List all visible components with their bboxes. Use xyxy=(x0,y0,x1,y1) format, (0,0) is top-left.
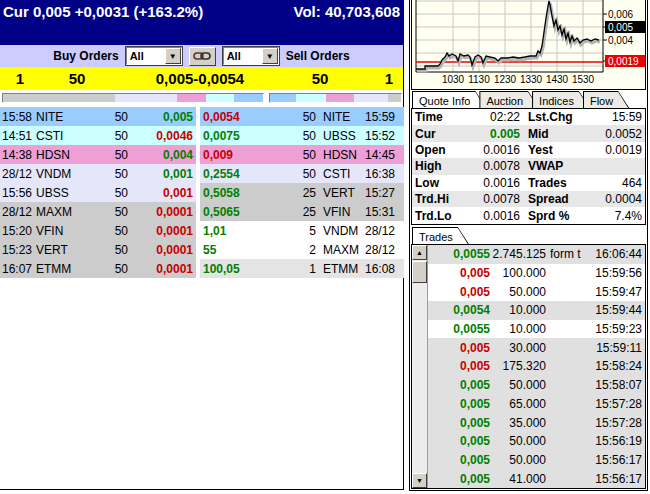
trade-row[interactable]: 0,005175.32015:58:24 xyxy=(428,357,645,376)
trade-row[interactable]: 0,00535.00015:57:28 xyxy=(428,413,645,432)
trade-price: 0,005 xyxy=(428,397,490,411)
buy-side-row[interactable]: 15:23VERT500,0001 xyxy=(0,240,196,259)
x-axis-label: 1230 xyxy=(494,74,517,85)
current-price-summary: Cur 0,005 +0,0031 (+163.2%) xyxy=(3,3,203,20)
trade-price: 0,005 xyxy=(428,472,490,486)
trade-row[interactable]: 0,005410.00015:59:44 xyxy=(428,301,645,320)
quote-label: Yest xyxy=(520,143,586,157)
trade-row[interactable]: 0,00541.00015:56:17 xyxy=(428,469,645,488)
sell-side-row[interactable]: 100,051ETMM16:08 xyxy=(200,259,404,278)
scroll-up-icon[interactable]: ▲ xyxy=(412,245,427,260)
sell-side-row[interactable]: 0,007550UBSS15:52 xyxy=(200,126,404,145)
sell-time: 16:08 xyxy=(360,262,404,276)
table-row[interactable]: 28/12VNDM500,0010,255450CSTI16:38 xyxy=(0,164,404,183)
trade-row[interactable]: 0,00565.00015:57:28 xyxy=(428,395,645,414)
buy-time: 28/12 xyxy=(0,167,36,181)
trade-price: 0,005 xyxy=(428,416,490,430)
trade-size: 41.000 xyxy=(490,472,546,486)
trade-row[interactable]: 0,00530.00015:59:11 xyxy=(428,338,645,357)
sell-side-row[interactable]: 0,255450CSTI16:38 xyxy=(200,164,404,183)
sell-price: 0,5065 xyxy=(200,205,262,219)
quote-row: Time02:22Lst.Chg15:59 xyxy=(412,109,645,125)
quote-label: High xyxy=(412,159,468,173)
sell-side-row[interactable]: 0,506525VFIN15:31 xyxy=(200,202,404,221)
buy-depth-bar xyxy=(2,93,264,103)
trade-row[interactable]: 0,00550.00015:59:47 xyxy=(428,282,645,301)
quote-label: Mid xyxy=(520,127,586,141)
buy-side-row[interactable]: 28/12VNDM500,001 xyxy=(0,164,196,183)
table-row[interactable]: 14:38HDSN500,0040,00950HDSN14:45 xyxy=(0,145,404,164)
table-row[interactable]: 16:07ETMM500,0001100,051ETMM16:08 xyxy=(0,259,404,278)
buy-side-row[interactable]: 15:56UBSS500,001 xyxy=(0,183,196,202)
buy-time: 15:58 xyxy=(0,110,36,124)
chevron-down-icon[interactable]: ▼ xyxy=(262,48,278,64)
scroll-down-icon[interactable]: ▼ xyxy=(412,473,427,488)
tab-auction[interactable]: Auction xyxy=(479,91,539,108)
sell-price: 55 xyxy=(200,243,262,257)
buy-side-row[interactable]: 15:58NITE500,005 xyxy=(0,107,196,126)
table-row[interactable]: 28/12MAXM500,00010,506525VFIN15:31 xyxy=(0,202,404,221)
table-row[interactable]: 14:51CSTI500,00460,007550UBSS15:52 xyxy=(0,126,404,145)
table-row[interactable]: 15:58NITE500,0050,005450NITE15:59 xyxy=(0,107,404,126)
sell-side-row[interactable]: 0,005450NITE15:59 xyxy=(200,107,404,126)
buy-side-row[interactable]: 14:51CSTI500,0046 xyxy=(0,126,196,145)
sell-price: 0,009 xyxy=(200,148,262,162)
buy-side-row[interactable]: 14:38HDSN500,004 xyxy=(0,145,196,164)
trade-size: 50.000 xyxy=(490,453,546,467)
sell-price: 0,2554 xyxy=(200,167,262,181)
buy-market-maker: MAXM xyxy=(36,205,100,219)
scrollbar-thumb[interactable] xyxy=(412,261,427,283)
trade-price: 0,0055 xyxy=(428,247,490,261)
trade-row[interactable]: 0,00550.00015:56:17 xyxy=(428,451,645,470)
buy-filter-dropdown[interactable]: All ▼ xyxy=(126,47,182,65)
trades-scrollbar[interactable]: ▲ ▼ xyxy=(412,245,428,488)
trade-row[interactable]: 0,005100.00015:59:56 xyxy=(428,264,645,283)
sell-side-row[interactable]: 552MAXM28/12 xyxy=(200,240,404,259)
tab-quote-info[interactable]: Quote Info xyxy=(412,91,486,108)
tab-flow[interactable]: Flow xyxy=(583,91,629,108)
tab-label: Auction xyxy=(479,93,539,107)
sell-side-row[interactable]: 1,015VNDM28/12 xyxy=(200,221,404,240)
quote-row: Cur0.005Mid0.0052 xyxy=(412,125,645,141)
sell-market-maker: MAXM xyxy=(316,243,360,257)
trade-row[interactable]: 0,005510.00015:59:23 xyxy=(428,320,645,339)
buy-price: 0,0001 xyxy=(128,224,196,238)
quote-row: Low0.0016Trades464 xyxy=(412,175,645,191)
sell-side-row[interactable]: 0,00950HDSN14:45 xyxy=(200,145,404,164)
trade-row[interactable]: 0,00550.00015:58:07 xyxy=(428,376,645,395)
quote-value: 7.4% xyxy=(586,209,645,223)
trade-time: 15:58:07 xyxy=(546,378,645,392)
trade-size: 2.745.125 xyxy=(490,247,546,261)
table-row[interactable]: 15:56UBSS500,0010,505825VERT15:27 xyxy=(0,183,404,202)
tab-label: Quote Info xyxy=(412,93,486,107)
quote-header-bar: Cur 0,005 +0,0031 (+163.2%) Vol: 40,703,… xyxy=(0,0,403,45)
buy-side-row[interactable]: 28/12MAXM500,0001 xyxy=(0,202,196,221)
trade-size: 65.000 xyxy=(490,397,546,411)
tab-indices[interactable]: Indices xyxy=(532,91,590,108)
buy-side-row[interactable]: 15:20VFIN500,0001 xyxy=(0,221,196,240)
chevron-down-icon[interactable]: ▼ xyxy=(165,48,181,64)
sell-qty: 50 xyxy=(262,148,316,162)
buy-qty: 50 xyxy=(100,186,128,200)
trade-row[interactable]: 0,00550.00015:56:19 xyxy=(428,432,645,451)
sell-time: 28/12 xyxy=(360,224,404,238)
order-filter-toolbar: Buy Orders All ▼ All ▼ Sell Orders xyxy=(0,45,403,67)
table-row[interactable]: 15:23VERT500,0001552MAXM28/12 xyxy=(0,240,404,259)
buy-time: 14:38 xyxy=(0,148,36,162)
buy-price: 0,0046 xyxy=(128,129,196,143)
buy-time: 15:20 xyxy=(0,224,36,238)
y-axis-label: 0,0019 xyxy=(608,56,639,67)
buy-market-maker: ETMM xyxy=(36,262,100,276)
x-axis-label: 1530 xyxy=(572,74,595,85)
sell-filter-dropdown[interactable]: All ▼ xyxy=(223,47,279,65)
trade-time: 15:59:44 xyxy=(546,303,645,317)
sell-side-row[interactable]: 0,505825VERT15:27 xyxy=(200,183,404,202)
quote-row: Trd.Lo0.0016Sprd %7.4% xyxy=(412,207,645,223)
tab-trades[interactable]: Trades xyxy=(412,227,469,244)
table-row[interactable]: 15:20VFIN500,00011,015VNDM28/12 xyxy=(0,221,404,240)
link-sides-button[interactable] xyxy=(189,47,216,66)
x-axis-label: 1430 xyxy=(546,74,569,85)
trade-size: 10.000 xyxy=(490,303,546,317)
buy-side-row[interactable]: 16:07ETMM500,0001 xyxy=(0,259,196,278)
trade-row[interactable]: 0,00552.745.125form t16:06:44 xyxy=(428,245,645,264)
